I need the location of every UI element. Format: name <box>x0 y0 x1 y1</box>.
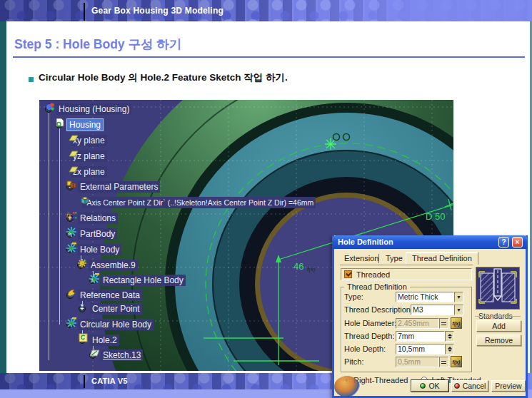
thread-depth-spinner[interactable] <box>445 331 454 342</box>
close-button[interactable]: × <box>512 237 523 248</box>
hole-definition-dialog: Hole Definition ? × Extension Type Threa… <box>332 235 528 398</box>
tree-trunk-housing <box>59 128 60 325</box>
tab-extension[interactable]: Extension <box>344 254 378 262</box>
hole-diameter-spinner <box>439 318 448 329</box>
header-divider <box>84 3 85 21</box>
tree-item-center-point[interactable]: + Center Point <box>79 302 142 316</box>
tab-type[interactable]: Type <box>386 254 403 262</box>
bullet-square-icon <box>29 77 34 82</box>
hole-diameter-field: 2.459mm <box>396 318 439 329</box>
dialog-body: Extension Type Thread Definition Threade… <box>334 249 526 396</box>
threaded-label: Threaded <box>356 270 390 279</box>
tree-item-sketch-13[interactable]: + Sketch.13 <box>89 348 143 362</box>
svg-text:fx: fx <box>66 212 72 219</box>
threaded-option-row: Threaded <box>341 268 472 280</box>
step-title: Step 5 : Hole Body 구성 하기 <box>14 36 181 53</box>
dialog-titlebar[interactable]: Hole Definition ? × <box>332 235 528 249</box>
slide-left-border <box>0 21 6 373</box>
tree-item-yz-plane[interactable]: yz plane <box>69 149 107 163</box>
slide: Gear Box Housing 3D Modeling Step 5 : Ho… <box>0 0 532 398</box>
formula-icon[interactable]: f(x) <box>451 317 462 329</box>
type-dropdown-arrow-icon[interactable]: ▼ <box>454 292 463 302</box>
threaded-checkbox[interactable] <box>344 270 352 278</box>
ok-button[interactable]: OK <box>411 380 448 392</box>
tree-item-circular-hole-body[interactable]: - Circular Hole Body <box>66 317 154 332</box>
pitch-field: 0,5mm <box>396 357 439 367</box>
footer-divider <box>84 375 85 388</box>
right-threaded-label: Right-Threaded <box>353 376 408 384</box>
standards-remove-button[interactable]: Remove <box>476 335 521 346</box>
ok-led-icon <box>420 383 426 389</box>
tree-item-hole-2[interactable]: - Hole.2 <box>79 333 119 347</box>
tree-item-hole-body[interactable]: - Hole Body <box>66 243 121 257</box>
tree-item-xy-plane[interactable]: xy plane <box>69 133 107 148</box>
dialog-title: Hole Definition <box>338 238 393 246</box>
tree-item-housing-root[interactable]: - Housing (Housing) <box>45 102 131 116</box>
help-button[interactable]: ? <box>498 237 509 248</box>
thread-description-dropdown[interactable]: M3 <box>411 305 454 315</box>
tab-thread-definition[interactable]: Thread Definition <box>406 252 478 265</box>
bullet-text: Circular Hole Body 의 Hole.2 Feature Sket… <box>39 71 288 84</box>
footer-label: CATIA V5 <box>91 377 128 385</box>
thread-preview-image <box>476 267 520 310</box>
tree-item-assemble-9[interactable]: - Assemble.9 <box>77 258 138 272</box>
tree-item-axis-center-point[interactable]: `Axis Center Point Z Dir` (..!Skeleton!A… <box>80 195 316 210</box>
tree-item-relations[interactable]: + fx Relations <box>66 211 118 225</box>
thread-depth-field[interactable]: 7mm <box>396 331 445 342</box>
cancel-led-icon <box>454 383 460 389</box>
tree-item-reference-data[interactable]: - Reference Data <box>66 288 142 302</box>
tree-item-rectangle-hole-body[interactable]: + Rectangle Hole Body <box>89 273 186 287</box>
title-underline <box>13 56 525 58</box>
standards-add-button[interactable]: Add <box>476 320 521 332</box>
dimension-46-label: 46 <box>293 261 303 272</box>
hole-depth-spinner[interactable] <box>445 344 454 354</box>
formula-fx-glyph: f(x) <box>307 266 316 272</box>
pitch-spinner <box>439 357 448 367</box>
dimension-d50-label: D 50 <box>426 211 445 222</box>
hole-depth-field[interactable]: 10,5mm <box>396 344 445 354</box>
tree-item-zx-plane[interactable]: zx plane <box>69 165 107 179</box>
thread-definition-group-title: Thread Definition <box>344 282 410 291</box>
field-row-pitch: Pitch: 0,5mm f(x) <box>334 357 526 367</box>
header-bar: Gear Box Housing 3D Modeling <box>0 0 532 21</box>
tree-item-housing-part[interactable]: - Housing <box>56 118 103 132</box>
formula-icon[interactable]: f(x) <box>451 356 462 367</box>
tree-item-partbody[interactable]: + PartBody <box>66 227 117 241</box>
preview-button[interactable]: Preview <box>491 380 526 392</box>
tree-item-external-parameters[interactable]: - External Parameters <box>66 180 160 194</box>
header-title: Gear Box Housing 3D Modeling <box>91 6 224 16</box>
decorative-swirl <box>334 376 360 397</box>
type-dropdown[interactable]: Metric Thick Pitch <box>396 292 454 302</box>
thread-description-dropdown-arrow-icon[interactable]: ▼ <box>454 305 463 315</box>
cancel-button[interactable]: Cancel <box>451 380 488 392</box>
tree-trunk-root <box>49 113 49 360</box>
